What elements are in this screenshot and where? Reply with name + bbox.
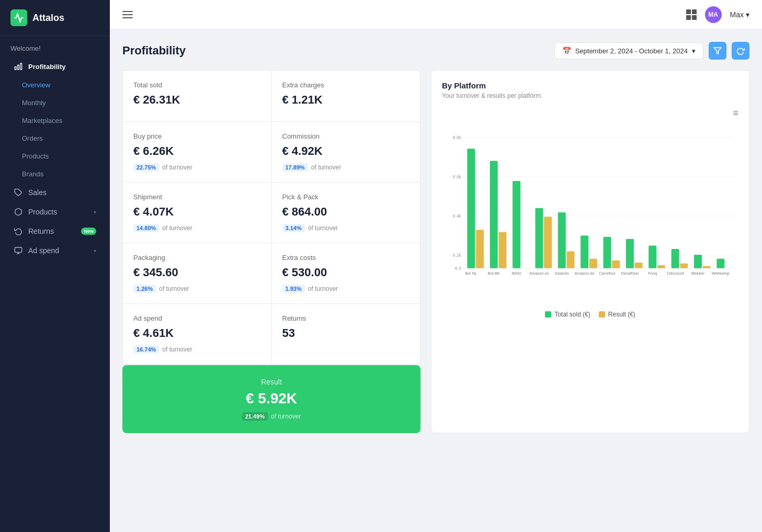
chevron-down-icon-2: ▾ [94,248,96,254]
sidebar-welcome: Welcome! [0,36,110,56]
metric-badge: 14.80% of turnover [133,224,192,232]
svg-rect-1 [18,65,19,70]
metric-returns: Returns 53 [272,304,420,364]
date-range-selector[interactable]: 📅 September 2, 2024 - October 1, 2024 ▾ [554,42,703,59]
chart-title: By Platform [442,81,738,90]
sidebar-item-sales[interactable]: Sales [3,183,107,202]
metric-total-sold: Total sold € 26.31K [123,71,271,121]
sidebar-item-ad-spend[interactable]: Ad spend ▾ [3,241,107,260]
svg-rect-30 [612,261,620,268]
metric-label: Shipment [133,193,261,201]
pct-label: of turnover [308,224,338,232]
box-icon [14,207,23,217]
metric-value: € 4.07K [133,205,261,219]
svg-text:Amazon.de: Amazon.de [575,271,595,276]
svg-text:INNO: INNO [511,271,521,276]
sidebar-item-products-sub[interactable]: Products [3,148,107,165]
svg-rect-22 [513,181,520,268]
user-name-text: Max [730,10,744,19]
metric-pick-pack: Pick & Pack € 864.00 3.14% of turnover [272,183,420,243]
new-badge: New [81,228,96,235]
chart-panel: By Platform Your turnover & results per … [431,70,749,433]
svg-text:Zalando: Zalando [555,271,569,276]
metric-label: Commission [282,132,410,140]
metric-label: Returns [282,314,410,322]
legend-dot-green [545,311,551,318]
sidebar-item-brands[interactable]: Brands [3,165,107,183]
hamburger-line-2 [122,14,133,15]
overview-label: Overview [22,81,50,89]
sidebar-item-profitability[interactable]: Profitability [3,57,107,76]
metrics-section: Total sold € 26.31K Extra charges € 1.21… [122,70,420,433]
user-chevron-icon: ▾ [746,10,749,19]
header-actions: 📅 September 2, 2024 - October 1, 2024 ▾ [554,42,749,60]
metric-badge: 3.14% of turnover [282,224,338,232]
grid-icon[interactable] [686,9,697,20]
products-label: Products [28,208,57,216]
chart-area: ≡ € 8k € 6k € 4k € 2k € 0 [442,108,738,307]
metric-shipment: Shipment € 4.07K 14.80% of turnover [123,183,271,243]
sidebar-item-returns[interactable]: Returns New [3,222,107,241]
svg-rect-37 [694,255,702,268]
sidebar-item-products[interactable]: Products ▾ [3,202,107,221]
pct-label: of turnover [308,285,338,292]
monthly-label: Monthly [22,99,46,107]
metric-value: € 530.00 [282,266,410,279]
metric-value: € 864.00 [282,205,410,219]
grid-cell-4 [692,15,697,20]
profitability-label: Profitability [28,63,66,71]
result-pct-label: of turnover [271,413,301,420]
metric-extra-charges: Extra charges € 1.21K [272,71,420,121]
svg-rect-34 [657,265,665,268]
app-name: Attalos [32,13,64,24]
sidebar-item-monthly[interactable]: Monthly [3,94,107,111]
filter-button[interactable] [709,42,726,60]
svg-rect-29 [604,237,611,268]
svg-rect-24 [544,217,552,268]
svg-text:Fonq: Fonq [648,271,657,276]
svg-rect-31 [626,239,634,268]
grid-cell-2 [692,9,697,14]
result-label: Result [135,378,408,386]
metric-value: 53 [282,326,410,340]
user-menu[interactable]: Max ▾ [730,10,749,19]
metric-label: Extra charges [282,81,410,89]
returns-label: Returns [28,227,54,235]
metrics-grid: Total sold € 26.31K Extra charges € 1.21… [122,70,420,365]
sidebar-item-marketplaces[interactable]: Marketplaces [3,112,107,129]
brands-label: Brands [22,170,43,178]
metric-label: Total sold [133,81,261,89]
main-content: MA Max ▾ Profitability 📅 September 2, 20… [110,0,762,532]
metric-value: € 26.31K [133,93,261,107]
date-range-text: September 2, 2024 - October 1, 2024 [575,47,688,55]
svg-rect-4 [15,247,21,252]
tag-icon [14,188,23,197]
legend-result-label: Result (€) [608,311,635,318]
svg-rect-32 [635,263,643,268]
sidebar-item-overview[interactable]: Overview [3,76,107,94]
ad-icon [14,246,23,255]
result-card: Result € 5.92K 21.49% of turnover [122,365,420,433]
pct-badge: 22.75% [133,163,159,172]
sidebar-item-orders[interactable]: Orders [3,130,107,147]
grid-cell-1 [686,9,691,14]
result-badge: 21.49% of turnover [242,412,301,421]
result-pct: 21.49% [242,412,268,421]
marketplaces-label: Marketplaces [22,117,62,124]
chart-subtitle: Your turnover & results per platform. [442,92,738,99]
return-icon [14,227,23,236]
legend-total-sold-label: Total sold (€) [554,311,590,318]
pct-label: of turnover [162,164,192,171]
metric-label: Pick & Pack [282,193,410,201]
refresh-button[interactable] [732,42,749,60]
metric-label: Buy price [133,132,261,140]
hamburger-menu[interactable] [122,11,133,18]
chart-menu-icon[interactable]: ≡ [733,108,738,119]
metric-label: Ad spend [133,314,261,322]
bar-chart-svg: € 8k € 6k € 4k € 2k € 0 [442,108,738,307]
metric-value: € 1.21K [282,93,410,107]
svg-rect-27 [581,235,588,268]
metric-badge: 1.93% of turnover [282,285,338,293]
metric-badge: 22.75% of turnover [133,163,192,172]
page-title: Profitability [122,44,186,58]
